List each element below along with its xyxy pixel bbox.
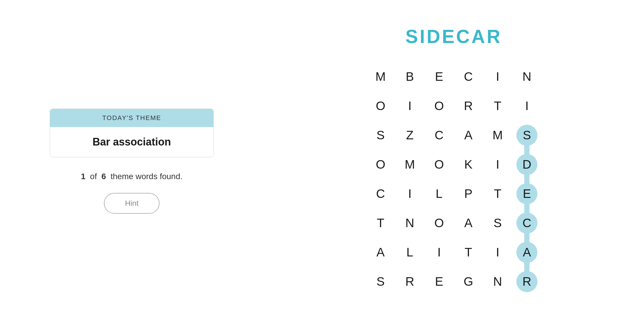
progress-text: 1 of 6 theme words found. xyxy=(81,172,182,181)
grid-cell[interactable]: N xyxy=(512,62,542,91)
grid-container: MBECINOIORTISZCAMSOMOKIDCILPTETNOASCALIT… xyxy=(366,62,542,296)
grid-cell[interactable]: T xyxy=(483,179,512,208)
grid-cell[interactable]: A xyxy=(454,121,483,150)
grid-cell[interactable]: M xyxy=(483,121,512,150)
grid-cell[interactable]: O xyxy=(424,91,454,121)
theme-label: TODAY'S THEME xyxy=(102,114,161,121)
right-panel: SIDECAR MBECINOIORTISZCAMSOMOKIDCILPTETN… xyxy=(263,0,644,322)
grid-cell[interactable]: L xyxy=(395,238,424,267)
grid-cell[interactable]: T xyxy=(483,91,512,121)
grid-cell[interactable]: E xyxy=(512,179,542,208)
grid-cell[interactable]: S xyxy=(366,267,395,296)
hint-button-label: Hint xyxy=(125,199,138,208)
grid-cell[interactable]: I xyxy=(395,91,424,121)
grid-cell[interactable]: A xyxy=(454,208,483,238)
grid-cell[interactable]: S xyxy=(512,121,542,150)
grid-cell[interactable]: T xyxy=(366,208,395,238)
grid-cell[interactable]: L xyxy=(424,179,454,208)
grid-cell[interactable]: S xyxy=(366,121,395,150)
progress-label: theme words found. xyxy=(111,172,183,181)
grid-cell[interactable]: S xyxy=(483,208,512,238)
theme-card: TODAY'S THEME Bar association xyxy=(50,109,214,157)
grid-cell[interactable]: G xyxy=(454,267,483,296)
grid-cell[interactable]: M xyxy=(395,150,424,179)
grid-cell[interactable]: O xyxy=(366,150,395,179)
grid-cell[interactable]: A xyxy=(366,238,395,267)
grid-cell[interactable]: I xyxy=(483,238,512,267)
grid-cell[interactable]: N xyxy=(395,208,424,238)
grid-cell[interactable]: T xyxy=(454,238,483,267)
grid-cell[interactable]: O xyxy=(366,91,395,121)
grid-cell[interactable]: C xyxy=(366,179,395,208)
grid-cell[interactable]: I xyxy=(395,179,424,208)
grid-cell[interactable]: R xyxy=(454,91,483,121)
grid-cell[interactable]: M xyxy=(366,62,395,91)
grid-cell[interactable]: N xyxy=(483,267,512,296)
grid-cell[interactable]: O xyxy=(424,150,454,179)
grid-cell[interactable]: I xyxy=(512,91,542,121)
theme-card-header: TODAY'S THEME xyxy=(50,109,213,127)
grid-cell[interactable]: Z xyxy=(395,121,424,150)
grid-cell[interactable]: D xyxy=(512,150,542,179)
grid-cell[interactable]: R xyxy=(395,267,424,296)
game-title: SIDECAR xyxy=(405,26,502,47)
progress-found: 1 xyxy=(81,172,85,181)
grid-cell[interactable]: I xyxy=(483,150,512,179)
grid-cell[interactable]: R xyxy=(512,267,542,296)
grid-cell[interactable]: C xyxy=(424,121,454,150)
grid-cell[interactable]: I xyxy=(483,62,512,91)
theme-card-body: Bar association xyxy=(50,127,213,157)
progress-total: 6 xyxy=(101,172,106,181)
grid-cell[interactable]: O xyxy=(424,208,454,238)
grid-cell[interactable]: E xyxy=(424,267,454,296)
grid-cell[interactable]: C xyxy=(512,208,542,238)
grid-cell[interactable]: E xyxy=(424,62,454,91)
grid-cell[interactable]: B xyxy=(395,62,424,91)
grid-cell[interactable]: I xyxy=(424,238,454,267)
theme-value: Bar association xyxy=(93,136,171,148)
grid-cell[interactable]: A xyxy=(512,238,542,267)
left-panel: TODAY'S THEME Bar association 1 of 6 the… xyxy=(0,0,263,322)
grid-cell[interactable]: P xyxy=(454,179,483,208)
letter-grid[interactable]: MBECINOIORTISZCAMSOMOKIDCILPTETNOASCALIT… xyxy=(366,62,542,296)
grid-cell[interactable]: C xyxy=(454,62,483,91)
grid-cell[interactable]: K xyxy=(454,150,483,179)
hint-button[interactable]: Hint xyxy=(104,193,160,214)
